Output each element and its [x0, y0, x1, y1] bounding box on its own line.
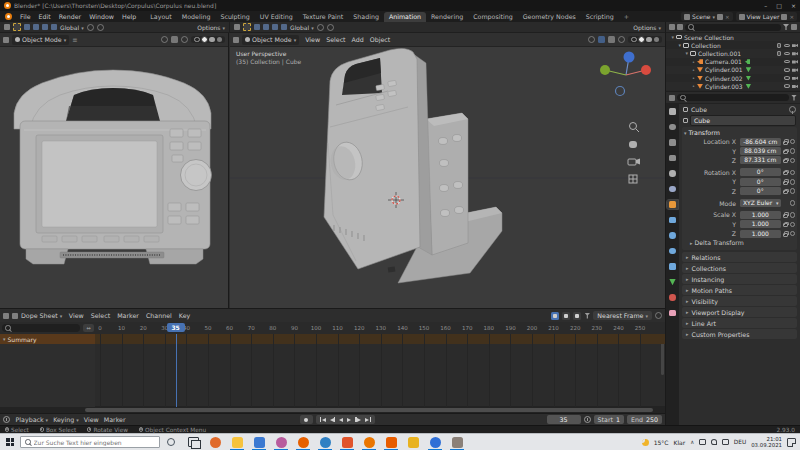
tray-onedrive-icon[interactable] [699, 439, 706, 445]
animate-dot[interactable] [790, 170, 796, 176]
lock-icon[interactable] [783, 181, 788, 185]
lock-icon[interactable] [783, 150, 788, 154]
animate-dot[interactable] [790, 139, 796, 145]
mode-dropdown[interactable]: Object Mode [242, 35, 299, 45]
collapsed-section[interactable]: ▸ Collections [682, 263, 797, 273]
viewport-menu-item[interactable]: Select [323, 36, 348, 43]
delta-transform-subpanel[interactable]: ▸ Delta Transform [684, 238, 795, 247]
value-field[interactable]: 0° [740, 178, 781, 186]
shading-material-icon[interactable] [209, 37, 215, 43]
app-gimp[interactable] [446, 434, 468, 450]
orientation-dropdown[interactable]: Global [290, 24, 314, 31]
outliner-item-label[interactable]: Collection [691, 42, 721, 49]
expander-icon[interactable]: • [668, 59, 695, 65]
mode-dropdown[interactable]: Object Mode [12, 35, 69, 45]
collapsed-section[interactable]: ▸ Custom Properties [682, 329, 797, 339]
tab-data[interactable] [667, 278, 678, 287]
animate-dot[interactable] [790, 148, 796, 154]
animate-dot[interactable] [790, 222, 796, 228]
taskbar-clock[interactable]: 21:01 03.09.2021 [751, 436, 782, 448]
hide-eye-icon[interactable] [784, 44, 790, 48]
viewport-perspective[interactable]: Object Mode ViewSelectAddObject User Per… [230, 33, 665, 308]
end-frame-field[interactable]: End250 [627, 415, 662, 424]
jump-to-end-button[interactable] [365, 417, 371, 422]
outliner-item-label[interactable]: Scene Collection [684, 34, 734, 41]
xray-toggle-icon[interactable] [618, 36, 625, 43]
animate-dot[interactable] [790, 212, 796, 218]
lock-icon[interactable] [783, 141, 788, 145]
tray-display-icon[interactable] [711, 439, 718, 445]
perspective-view-model[interactable] [230, 33, 665, 308]
menu-item[interactable]: Window [85, 11, 118, 22]
workspace-tab[interactable]: Geometry Nodes [518, 12, 581, 23]
play-reverse-button[interactable] [339, 418, 343, 422]
shading-material-icon[interactable] [646, 37, 652, 43]
tab-particles[interactable] [667, 231, 678, 240]
collapsed-section[interactable]: ▸ Visibility [682, 296, 797, 306]
hide-eye-icon[interactable] [784, 52, 790, 56]
only-selected-toggle-icon[interactable] [551, 312, 559, 320]
new-view-layer-icon[interactable] [781, 14, 787, 20]
action-center-button[interactable] [787, 438, 796, 447]
properties-search-input[interactable] [677, 94, 789, 101]
scene-name[interactable]: Scene [692, 13, 715, 20]
editor-type-icon[interactable] [233, 37, 239, 43]
outliner-row[interactable]: • Camera.001 [666, 58, 800, 66]
outliner-row[interactable]: • Cylinder.002 [666, 74, 800, 82]
transform-panel-header[interactable]: ▾ Transform [684, 128, 795, 137]
app-opera[interactable] [204, 434, 226, 450]
tab-physics[interactable] [667, 247, 678, 256]
menu-item[interactable]: Help [118, 11, 140, 22]
hide-eye-icon[interactable] [784, 84, 790, 88]
dopesheet-menu-item[interactable]: Key [175, 312, 193, 319]
properties-editor-icon[interactable] [669, 95, 675, 101]
gizmos-dropdown-icon[interactable] [161, 36, 168, 43]
object-dropdown-icon[interactable] [683, 118, 688, 123]
object-name-field[interactable]: Cube [690, 115, 796, 126]
expander-icon[interactable]: ▾ [668, 42, 681, 48]
timeline-menu-item[interactable]: Playback [13, 416, 51, 423]
dopesheet-menu-item[interactable]: Channel [142, 312, 175, 319]
lock-icon[interactable] [783, 223, 788, 227]
selectability-toggle-icon[interactable] [263, 24, 269, 30]
disable-render-icon[interactable] [792, 84, 798, 89]
app-file-explorer[interactable] [226, 434, 248, 450]
app-edge[interactable] [314, 434, 336, 450]
outliner-item-label[interactable]: Camera.001 [705, 58, 742, 65]
workspace-tab[interactable]: Animation [384, 12, 426, 23]
menu-item[interactable]: File [16, 11, 35, 22]
selectability-toggle-icon[interactable] [281, 24, 287, 30]
disable-render-icon[interactable] [792, 43, 798, 48]
outliner-display-mode-icon[interactable] [669, 24, 675, 30]
workspace-tab[interactable]: UV Editing [255, 12, 298, 23]
tab-tool[interactable] [667, 107, 678, 116]
workspace-tab[interactable]: Layout [145, 12, 176, 23]
selectability-toggle-icon[interactable] [51, 24, 57, 30]
app-palette[interactable] [270, 434, 292, 450]
unlink-scene-icon[interactable]: × [725, 14, 730, 20]
outliner-item-label[interactable]: Cylinder.001 [705, 66, 743, 73]
language-indicator[interactable]: DEU [734, 439, 746, 445]
active-tool-icon[interactable] [13, 23, 21, 31]
shading-wireframe-icon[interactable] [631, 37, 637, 43]
app-blue[interactable] [424, 434, 446, 450]
menu-item[interactable]: Render [55, 11, 85, 22]
options-dropdown[interactable]: Options [197, 24, 225, 31]
tray-volume-icon[interactable] [722, 439, 729, 445]
tray-chevron-icon[interactable]: ∧ [690, 439, 694, 445]
workspace-tab[interactable]: + [619, 12, 634, 23]
proportional-edit-icon[interactable] [327, 24, 334, 31]
hide-eye-icon[interactable] [784, 60, 790, 64]
lock-icon[interactable] [783, 214, 788, 218]
tab-material[interactable] [667, 293, 678, 302]
outliner-row[interactable]: ▾ Collection [666, 41, 800, 49]
close-button[interactable]: × [791, 2, 796, 9]
shading-solid-icon[interactable] [202, 37, 208, 43]
shading-mode-group[interactable] [191, 36, 225, 44]
tab-constraints[interactable] [667, 262, 678, 271]
remove-view-layer-icon[interactable]: × [789, 14, 794, 20]
tab-object[interactable] [667, 200, 678, 209]
task-view-button[interactable] [182, 434, 204, 450]
maximize-button[interactable]: □ [776, 2, 782, 9]
selectability-toggle-icon[interactable] [272, 24, 278, 30]
